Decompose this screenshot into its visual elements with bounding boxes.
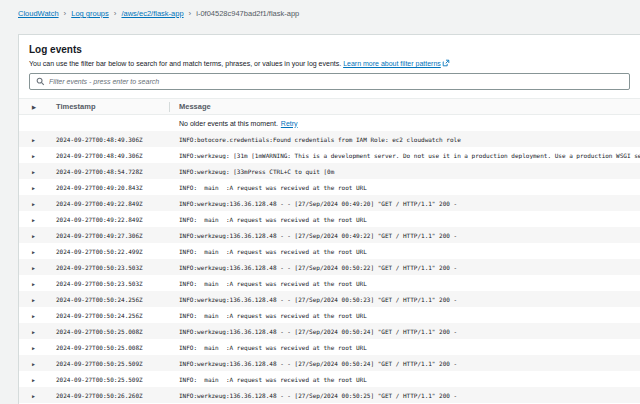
log-timestamp: 2024-09-27T00:48:49.306Z <box>56 136 169 143</box>
table-header: ▶ Timestamp Message <box>19 98 640 115</box>
log-message: INFO:botocore.credentials:Found credenti… <box>169 136 640 143</box>
learn-more-link[interactable]: Learn more about filter patterns <box>343 60 450 67</box>
log-message: INFO:__main__:A request was received at … <box>169 344 640 351</box>
search-icon <box>36 77 45 86</box>
breadcrumb-cloudwatch[interactable]: CloudWatch <box>18 9 59 18</box>
log-message: INFO:werkzeug: [31m [1mWARNING: This is … <box>169 152 640 159</box>
log-row[interactable]: ▶ 2024-09-27T00:50:23.503Z INFO:werkzeug… <box>19 259 640 275</box>
log-row[interactable]: ▶ 2024-09-27T00:50:26.260Z INFO:werkzeug… <box>19 387 640 403</box>
log-timestamp: 2024-09-27T00:49:22.849Z <box>56 200 169 207</box>
log-timestamp: 2024-09-27T00:50:23.503Z <box>56 280 169 287</box>
expand-row-icon[interactable]: ▶ <box>32 137 35 143</box>
log-timestamp: 2024-09-27T00:49:22.849Z <box>56 216 169 223</box>
breadcrumb-current-stream: i-0f04528c947bad2f1/flask-app <box>196 9 299 18</box>
expand-row-icon[interactable]: ▶ <box>32 169 35 175</box>
breadcrumb-separator-icon: › <box>189 9 192 18</box>
no-older-events-text: No older events at this moment. <box>179 120 278 127</box>
log-timestamp: 2024-09-27T00:50:26.260Z <box>56 392 169 399</box>
log-row[interactable]: ▶ 2024-09-27T00:48:54.728Z INFO:werkzeug… <box>19 163 640 179</box>
expand-row-icon[interactable]: ▶ <box>32 153 35 159</box>
expand-row-icon[interactable]: ▶ <box>32 393 35 399</box>
log-message: INFO:werkzeug:136.36.128.48 - - [27/Sep/… <box>169 360 640 367</box>
log-message: INFO:werkzeug:136.36.128.48 - - [27/Sep/… <box>169 200 640 207</box>
column-header-timestamp: Timestamp <box>56 102 169 111</box>
expand-row-icon[interactable]: ▶ <box>32 297 35 303</box>
log-timestamp: 2024-09-27T00:50:24.256Z <box>56 312 169 319</box>
expand-row-icon[interactable]: ▶ <box>32 233 35 239</box>
expand-row-icon[interactable]: ▶ <box>32 345 35 351</box>
page-title: Log events <box>19 35 640 55</box>
log-timestamp: 2024-09-27T00:50:25.008Z <box>56 344 169 351</box>
log-row[interactable]: ▶ 2024-09-27T00:49:22.849Z INFO:__main__… <box>19 211 640 227</box>
panel-description: You can use the filter bar below to sear… <box>19 55 640 68</box>
learn-more-label: Learn more about filter patterns <box>343 60 441 67</box>
log-row[interactable]: ▶ 2024-09-27T00:48:49.306Z INFO:botocore… <box>19 131 640 147</box>
log-row[interactable]: ▶ 2024-09-27T00:50:25.008Z INFO:werkzeug… <box>19 323 640 339</box>
no-older-events-row: No older events at this moment. Retry <box>19 115 640 131</box>
log-row[interactable]: ▶ 2024-09-27T00:50:25.008Z INFO:__main__… <box>19 339 640 355</box>
log-message: INFO:__main__:A request was received at … <box>169 216 640 223</box>
log-timestamp: 2024-09-27T00:50:22.499Z <box>56 248 169 255</box>
log-row[interactable]: ▶ 2024-09-27T00:50:24.256Z INFO:__main__… <box>19 307 640 323</box>
breadcrumb-separator-icon: › <box>64 9 67 18</box>
expand-row-icon[interactable]: ▶ <box>32 329 35 335</box>
expand-row-icon[interactable]: ▶ <box>32 185 35 191</box>
log-timestamp: 2024-09-27T00:50:23.503Z <box>56 264 169 271</box>
log-row[interactable]: ▶ 2024-09-27T00:50:22.499Z INFO:__main__… <box>19 243 640 259</box>
log-message: INFO:werkzeug: [33mPress CTRL+C to quit … <box>169 168 640 175</box>
log-timestamp: 2024-09-27T00:48:49.306Z <box>56 152 169 159</box>
expand-row-icon[interactable]: ▶ <box>32 361 35 367</box>
log-timestamp: 2024-09-27T00:49:20.843Z <box>56 184 169 191</box>
log-row[interactable]: ▶ 2024-09-27T00:50:25.509Z INFO:werkzeug… <box>19 355 640 371</box>
retry-link[interactable]: Retry <box>281 120 298 127</box>
log-timestamp: 2024-09-27T00:50:25.509Z <box>56 376 169 383</box>
log-message: INFO:werkzeug:136.36.128.48 - - [27/Sep/… <box>169 328 640 335</box>
expand-row-icon[interactable]: ▶ <box>32 201 35 207</box>
log-message: INFO:__main__:A request was received at … <box>169 248 640 255</box>
filter-search-box[interactable] <box>29 73 630 90</box>
expand-row-icon[interactable]: ▶ <box>32 249 35 255</box>
log-message: INFO:__main__:A request was received at … <box>169 280 640 287</box>
breadcrumb-separator-icon: › <box>114 9 117 18</box>
breadcrumb-log-group-name[interactable]: /aws/ec2/flask-app <box>121 9 183 18</box>
log-row[interactable]: ▶ 2024-09-27T00:49:22.849Z INFO:werkzeug… <box>19 195 640 211</box>
external-link-icon <box>442 59 450 67</box>
log-message: INFO:__main__:A request was received at … <box>169 376 640 383</box>
expand-all-icon[interactable]: ▶ <box>32 104 36 110</box>
log-message: INFO:werkzeug:136.36.128.48 - - [27/Sep/… <box>169 264 640 271</box>
column-header-message: Message <box>170 102 640 111</box>
filter-events-input[interactable] <box>49 78 623 85</box>
log-timestamp: 2024-09-27T00:50:25.008Z <box>56 328 169 335</box>
log-row[interactable]: ▶ 2024-09-27T00:49:27.306Z INFO:werkzeug… <box>19 227 640 243</box>
expand-row-icon[interactable]: ▶ <box>32 377 35 383</box>
log-timestamp: 2024-09-27T00:50:25.509Z <box>56 360 169 367</box>
log-timestamp: 2024-09-27T00:48:54.728Z <box>56 168 169 175</box>
breadcrumb-log-groups[interactable]: Log groups <box>71 9 109 18</box>
log-rows: ▶ 2024-09-27T00:48:49.306Z INFO:botocore… <box>19 131 640 403</box>
log-timestamp: 2024-09-27T00:49:27.306Z <box>56 232 169 239</box>
log-row[interactable]: ▶ 2024-09-27T00:49:20.843Z INFO:__main__… <box>19 179 640 195</box>
log-message: INFO:werkzeug:136.36.128.48 - - [27/Sep/… <box>169 296 640 303</box>
log-message: INFO:__main__:A request was received at … <box>169 184 640 191</box>
log-message: INFO:werkzeug:136.36.128.48 - - [27/Sep/… <box>169 232 640 239</box>
expand-row-icon[interactable]: ▶ <box>32 217 35 223</box>
panel-description-text: You can use the filter bar below to sear… <box>29 60 341 67</box>
log-row[interactable]: ▶ 2024-09-27T00:50:23.503Z INFO:__main__… <box>19 275 640 291</box>
log-message: INFO:__main__:A request was received at … <box>169 312 640 319</box>
expand-row-icon[interactable]: ▶ <box>32 265 35 271</box>
log-message: INFO:werkzeug:136.36.128.48 - - [27/Sep/… <box>169 392 640 399</box>
expand-row-icon[interactable]: ▶ <box>32 281 35 287</box>
log-events-panel: Log events You can use the filter bar be… <box>18 34 640 404</box>
log-row[interactable]: ▶ 2024-09-27T00:48:49.306Z INFO:werkzeug… <box>19 147 640 163</box>
log-row[interactable]: ▶ 2024-09-27T00:50:25.509Z INFO:__main__… <box>19 371 640 387</box>
expand-row-icon[interactable]: ▶ <box>32 313 35 319</box>
log-row[interactable]: ▶ 2024-09-27T00:50:24.256Z INFO:werkzeug… <box>19 291 640 307</box>
log-timestamp: 2024-09-27T00:50:24.256Z <box>56 296 169 303</box>
breadcrumb: CloudWatch › Log groups › /aws/ec2/flask… <box>18 9 299 18</box>
